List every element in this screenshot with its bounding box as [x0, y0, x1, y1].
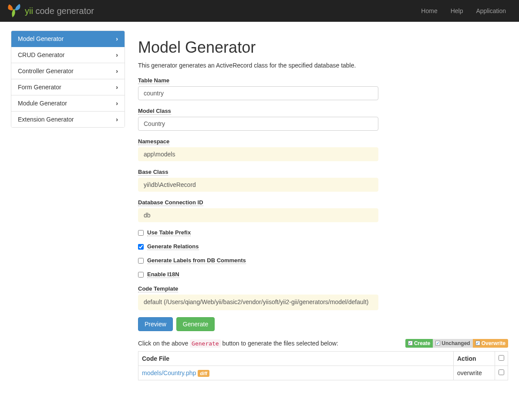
sidebar-item-label: Form Generator: [18, 84, 61, 91]
nav-application[interactable]: Application: [470, 1, 513, 21]
hint-code: Generate: [190, 339, 221, 348]
th-action: Action: [454, 351, 495, 366]
brand-cg: code generator: [35, 6, 94, 16]
page-title: Model Generator: [138, 38, 508, 57]
field-enable-i18n: Enable I18N: [138, 271, 508, 278]
label-generate-labels: Generate Labels from DB Comments: [147, 257, 246, 264]
field-db-conn: Database Connection ID: [138, 199, 508, 222]
sidebar: Model Generator › CRUD Generator › Contr…: [11, 30, 125, 380]
chevron-right-icon: ›: [116, 68, 118, 75]
generate-button[interactable]: Generate: [176, 317, 215, 331]
label-code-template: Code Template: [138, 285, 178, 292]
checkbox-generate-labels[interactable]: [138, 258, 144, 264]
checkbox-use-table-prefix[interactable]: [138, 230, 144, 236]
sidebar-item-form-generator[interactable]: Form Generator ›: [11, 79, 125, 95]
nav-help[interactable]: Help: [444, 1, 470, 21]
field-code-template: Code Template default (/Users/qiang/Web/…: [138, 285, 508, 310]
select-code-template[interactable]: default (/Users/qiang/Web/yii/basic2/ven…: [138, 295, 378, 310]
hint-row: Click on the above Generate button to ge…: [138, 339, 508, 348]
sidebar-item-label: Extension Generator: [18, 116, 74, 123]
diff-badge[interactable]: diff: [198, 370, 209, 377]
input-model-class[interactable]: [138, 117, 378, 131]
checkbox-file-row[interactable]: [499, 369, 504, 375]
sidebar-item-label: Module Generator: [18, 100, 67, 107]
field-namespace: Namespace: [138, 138, 508, 161]
navbar-nav: Home Help Application: [415, 1, 512, 21]
brand-yii: yii: [25, 6, 33, 16]
th-codefile: Code File: [138, 351, 454, 366]
cell-codefile: models/Country.php diff: [138, 366, 454, 380]
legend: ✓ Create ✓ Unchanged ✓ Overwrite: [405, 339, 508, 348]
input-base-class[interactable]: [138, 178, 378, 192]
checkbox-select-all[interactable]: [499, 355, 504, 361]
sidebar-item-extension-generator[interactable]: Extension Generator ›: [11, 112, 125, 127]
button-row: Preview Generate: [138, 317, 508, 331]
brand-text: yii code generator: [25, 6, 94, 16]
main-content: Model Generator This generator generates…: [138, 30, 508, 380]
field-table-name: Table Name: [138, 77, 508, 100]
legend-create: ✓ Create: [405, 339, 433, 348]
generator-list: Model Generator › CRUD Generator › Contr…: [11, 30, 125, 128]
brand[interactable]: yii code generator: [7, 3, 94, 19]
field-base-class: Base Class: [138, 168, 508, 192]
field-use-table-prefix: Use Table Prefix: [138, 229, 508, 236]
label-enable-i18n: Enable I18N: [147, 271, 179, 278]
field-generate-labels: Generate Labels from DB Comments: [138, 257, 508, 264]
files-table: Code File Action models/Country.php diff…: [138, 351, 508, 380]
page-description: This generator generates an ActiveRecord…: [138, 62, 508, 69]
table-header-row: Code File Action: [138, 351, 508, 366]
preview-button[interactable]: Preview: [138, 317, 173, 331]
label-base-class: Base Class: [138, 169, 168, 176]
check-icon: ✓: [475, 341, 480, 345]
input-table-name[interactable]: [138, 86, 378, 100]
chevron-right-icon: ›: [116, 35, 118, 42]
table-row: models/Country.php diff overwrite: [138, 366, 508, 380]
checkbox-enable-i18n[interactable]: [138, 272, 144, 278]
label-use-table-prefix: Use Table Prefix: [147, 229, 191, 236]
label-namespace: Namespace: [138, 138, 169, 145]
field-generate-relations: Generate Relations: [138, 243, 508, 250]
chevron-right-icon: ›: [116, 84, 118, 91]
legend-unchanged: ✓ Unchanged: [433, 339, 472, 348]
input-namespace[interactable]: [138, 147, 378, 161]
chevron-right-icon: ›: [116, 116, 118, 123]
check-icon: ✓: [408, 341, 413, 345]
cell-check: [495, 366, 508, 380]
label-model-class: Model Class: [138, 108, 171, 115]
file-link[interactable]: models/Country.php: [142, 369, 196, 376]
legend-overwrite: ✓ Overwrite: [473, 339, 508, 348]
sidebar-item-controller-generator[interactable]: Controller Generator ›: [11, 63, 125, 79]
sidebar-item-module-generator[interactable]: Module Generator ›: [11, 95, 125, 112]
th-check: [495, 351, 508, 366]
label-db-conn: Database Connection ID: [138, 199, 203, 206]
sidebar-item-model-generator[interactable]: Model Generator ›: [11, 31, 125, 47]
sidebar-item-label: Controller Generator: [18, 68, 74, 75]
checkbox-generate-relations[interactable]: [138, 244, 144, 250]
input-db-conn[interactable]: [138, 208, 378, 222]
nav-home[interactable]: Home: [415, 1, 444, 21]
check-icon: ✓: [435, 341, 440, 345]
sidebar-item-label: Model Generator: [18, 35, 64, 42]
sidebar-item-label: CRUD Generator: [18, 51, 64, 58]
label-table-name: Table Name: [138, 77, 169, 84]
label-generate-relations: Generate Relations: [147, 243, 199, 250]
field-model-class: Model Class: [138, 107, 508, 131]
navbar: yii code generator Home Help Application: [0, 0, 519, 22]
chevron-right-icon: ›: [116, 51, 118, 58]
hint-text: Click on the above Generate button to ge…: [138, 340, 338, 347]
container: Model Generator › CRUD Generator › Contr…: [0, 22, 519, 393]
chevron-right-icon: ›: [116, 100, 118, 107]
yii-logo-icon: [7, 3, 22, 19]
sidebar-item-crud-generator[interactable]: CRUD Generator ›: [11, 47, 125, 63]
cell-action: overwrite: [454, 366, 495, 380]
